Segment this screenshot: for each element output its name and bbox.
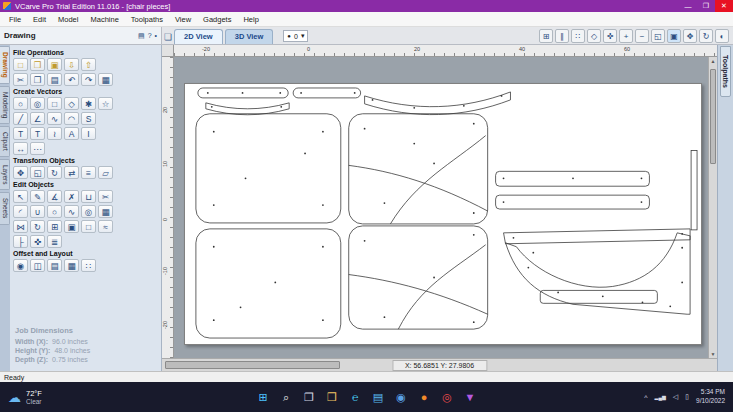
fit-curves-icon[interactable]: ∿: [64, 205, 79, 218]
chrome-icon[interactable]: ◉: [393, 389, 409, 405]
zoom-window-icon[interactable]: ◱: [651, 29, 665, 43]
inset-icon[interactable]: ◫: [30, 259, 45, 272]
battery-icon[interactable]: ▯: [685, 393, 689, 401]
pan-view-icon[interactable]: ✥: [683, 29, 697, 43]
clock[interactable]: 5:34 PM 9/10/2022: [696, 388, 725, 406]
store-icon[interactable]: ▤: [370, 389, 386, 405]
measure-icon[interactable]: ∡: [47, 190, 62, 203]
block-copy-icon[interactable]: ⊞: [47, 220, 62, 233]
opera-icon[interactable]: ◎: [439, 389, 455, 405]
Clipart[interactable]: Clipart: [0, 126, 10, 157]
new-file-icon[interactable]: □: [13, 58, 28, 71]
menu-item[interactable]: Machine: [84, 13, 124, 26]
Modeling[interactable]: Modeling: [0, 86, 10, 124]
nest-parts-icon[interactable]: ∷: [81, 259, 96, 272]
draw-curve-icon[interactable]: ∿: [47, 112, 62, 125]
vertical-scrollbar[interactable]: ▲ ▼: [708, 57, 717, 358]
dimension-icon[interactable]: ↔: [13, 142, 28, 155]
draw-arc-icon[interactable]: ◠: [64, 112, 79, 125]
node-edit-icon[interactable]: ✎: [30, 190, 45, 203]
snap-geometry-icon[interactable]: ◇: [587, 29, 601, 43]
window-layout-icon[interactable]: ❏: [164, 32, 172, 42]
pin-icon[interactable]: •: [155, 32, 157, 40]
Layers[interactable]: Layers: [0, 159, 10, 191]
smooth-icon[interactable]: ≈: [98, 220, 113, 233]
offset-icon[interactable]: ◉: [13, 259, 28, 272]
network-icon[interactable]: ▂▄▆: [655, 394, 666, 400]
scroll-up-icon[interactable]: ▲: [709, 58, 717, 64]
move-icon[interactable]: ✥: [13, 166, 28, 179]
start-button[interactable]: ⊞: [255, 389, 271, 405]
offset-vectors-icon[interactable]: ◎: [81, 205, 96, 218]
convert-text-icon[interactable]: A: [64, 127, 79, 140]
weld-vectors-icon[interactable]: ⊔: [81, 190, 96, 203]
tab-toolpaths[interactable]: Toolpaths: [720, 46, 731, 97]
select-icon[interactable]: ↖: [13, 190, 28, 203]
task-view-icon[interactable]: ❐: [301, 389, 317, 405]
shaded-view-icon[interactable]: ◐: [715, 29, 729, 43]
export-vectors-icon[interactable]: ⇧: [81, 58, 96, 71]
draw-gear-icon[interactable]: ✱: [81, 97, 96, 110]
snapshot-icon[interactable]: ▦: [98, 73, 113, 86]
set-size-icon[interactable]: ◱: [30, 166, 45, 179]
draw-line-icon[interactable]: ╱: [13, 112, 28, 125]
mirror-icon[interactable]: ⇄: [64, 166, 79, 179]
smart-curve-icon[interactable]: S: [81, 112, 96, 125]
draw-ellipse-icon[interactable]: ◎: [30, 97, 45, 110]
restore-button[interactable]: ❐: [697, 0, 715, 12]
snap-toggle-icon[interactable]: ✜: [30, 235, 45, 248]
zoom-extents-icon[interactable]: ▣: [667, 29, 681, 43]
layout-icon[interactable]: ▦: [64, 259, 79, 272]
horizontal-scroll-thumb[interactable]: [165, 361, 340, 369]
search-icon[interactable]: ⌕: [278, 389, 294, 405]
copy-icon[interactable]: ❐: [30, 73, 45, 86]
erase-icon[interactable]: ✗: [64, 190, 79, 203]
tray-chevron-icon[interactable]: ^: [644, 394, 647, 401]
scroll-down-icon[interactable]: ▼: [709, 351, 717, 357]
draw-polyline-icon[interactable]: ∠: [30, 112, 45, 125]
draw-rectangle-icon[interactable]: □: [47, 97, 62, 110]
Drawing[interactable]: Drawing: [0, 46, 10, 84]
nesting-icon[interactable]: ▤: [47, 259, 62, 272]
open-file-icon[interactable]: ❒: [30, 58, 45, 71]
rotate-copy-icon[interactable]: ↻: [30, 220, 45, 233]
firefox-icon[interactable]: ●: [416, 389, 432, 405]
align-icon[interactable]: ≡: [81, 166, 96, 179]
group-icon[interactable]: ▣: [64, 220, 79, 233]
close-button[interactable]: ✕: [715, 0, 733, 12]
fillet-icon[interactable]: ◜: [13, 205, 28, 218]
vcarve-icon[interactable]: ▼: [462, 389, 478, 405]
import-vectors-icon[interactable]: ⇩: [64, 58, 79, 71]
draw-circle-icon[interactable]: ○: [13, 97, 28, 110]
trim-vectors-icon[interactable]: ✂: [98, 190, 113, 203]
extend-icon[interactable]: ├: [13, 235, 28, 248]
refresh-2d-icon[interactable]: ↻: [699, 29, 713, 43]
array-copy-icon[interactable]: ▦: [98, 205, 113, 218]
z-order-icon[interactable]: ≣: [47, 235, 62, 248]
zoom-out-icon[interactable]: −: [635, 29, 649, 43]
text-on-curve-icon[interactable]: ≀: [47, 127, 62, 140]
Sheets[interactable]: Sheets: [0, 192, 10, 224]
more-tools-icon[interactable]: ⋯: [30, 142, 45, 155]
minimize-button[interactable]: —: [679, 0, 697, 12]
toggle-guides-icon[interactable]: ∥: [555, 29, 569, 43]
draw-star-icon[interactable]: ☆: [98, 97, 113, 110]
menu-item[interactable]: Model: [52, 13, 84, 26]
undo-icon[interactable]: ↶: [64, 73, 79, 86]
draw-polygon-icon[interactable]: ◇: [64, 97, 79, 110]
drawing-canvas[interactable]: [174, 57, 708, 358]
weather-widget[interactable]: ☁ 72°F Clear: [8, 389, 42, 405]
mirror-copy-icon[interactable]: ⋈: [13, 220, 28, 233]
tab-3d-view[interactable]: 3D View: [225, 29, 274, 44]
file-explorer-icon[interactable]: ❒: [324, 389, 340, 405]
help-icon[interactable]: ?: [148, 32, 152, 40]
join-vectors-icon[interactable]: ∪: [30, 205, 45, 218]
redo-icon[interactable]: ↷: [81, 73, 96, 86]
menu-item[interactable]: Edit: [27, 13, 52, 26]
paste-icon[interactable]: ▤: [47, 73, 62, 86]
snap-grid-icon[interactable]: ∷: [571, 29, 585, 43]
tab-2d-view[interactable]: 2D View: [174, 29, 223, 44]
text-select-icon[interactable]: I: [81, 127, 96, 140]
save-file-icon[interactable]: ▣: [47, 58, 62, 71]
close-vector-icon[interactable]: ○: [47, 205, 62, 218]
